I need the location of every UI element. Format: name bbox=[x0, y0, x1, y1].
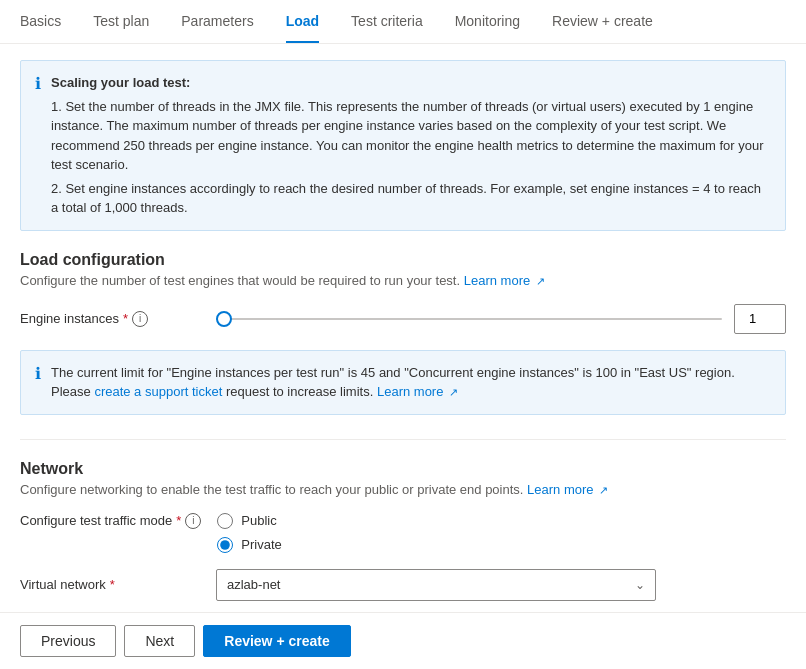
network-title: Network bbox=[20, 460, 786, 478]
limit-learn-more-label: Learn more bbox=[377, 384, 443, 399]
load-config-learn-more-label: Learn more bbox=[464, 273, 530, 288]
limit-info-text: The current limit for "Engine instances … bbox=[51, 363, 771, 402]
engine-instances-row: Engine instances * i bbox=[20, 304, 786, 334]
traffic-mode-row: Configure test traffic mode * i Public P… bbox=[20, 513, 786, 553]
create-support-ticket-label: create a support ticket bbox=[94, 384, 222, 399]
previous-button[interactable]: Previous bbox=[20, 625, 116, 657]
engine-instances-slider-container bbox=[216, 304, 786, 334]
review-create-button[interactable]: Review + create bbox=[203, 625, 350, 657]
engine-instances-slider-track[interactable] bbox=[216, 318, 722, 320]
traffic-mode-label: Configure test traffic mode * i bbox=[20, 513, 201, 529]
traffic-mode-label-text: Configure test traffic mode bbox=[20, 513, 172, 528]
network-desc: Configure networking to enable the test … bbox=[20, 482, 786, 497]
section-divider bbox=[20, 439, 786, 440]
network-desc-text: Configure networking to enable the test … bbox=[20, 482, 523, 497]
virtual-network-dropdown[interactable]: azlab-net ⌄ bbox=[216, 569, 656, 601]
nav-load[interactable]: Load bbox=[286, 1, 319, 43]
radio-public[interactable]: Public bbox=[217, 513, 281, 529]
scaling-info-text: Scaling your load test: 1. Set the numbe… bbox=[51, 73, 771, 218]
footer: Previous Next Review + create bbox=[0, 612, 806, 669]
main-content: ℹ Scaling your load test: 1. Set the num… bbox=[0, 44, 806, 669]
nav-monitoring[interactable]: Monitoring bbox=[455, 1, 520, 43]
virtual-network-label-text: Virtual network bbox=[20, 577, 106, 592]
radio-private-input[interactable] bbox=[217, 537, 233, 553]
virtual-network-chevron-icon: ⌄ bbox=[635, 578, 645, 592]
nav-test-criteria[interactable]: Test criteria bbox=[351, 1, 423, 43]
scaling-line2: 1. Set the number of threads in the JMX … bbox=[51, 97, 771, 175]
load-config-section: Load configuration Configure the number … bbox=[20, 251, 786, 415]
engine-instances-label-text: Engine instances bbox=[20, 311, 119, 326]
network-learn-more-label: Learn more bbox=[527, 482, 593, 497]
network-external-link-icon: ↗ bbox=[599, 484, 608, 497]
limit-learn-more-link[interactable]: Learn more ↗ bbox=[377, 384, 458, 399]
load-config-learn-more[interactable]: Learn more ↗ bbox=[464, 273, 545, 288]
traffic-mode-info-icon[interactable]: i bbox=[185, 513, 201, 529]
virtual-network-value: azlab-net bbox=[227, 577, 280, 592]
limit-external-link-icon: ↗ bbox=[449, 384, 458, 401]
network-learn-more-link[interactable]: Learn more ↗ bbox=[527, 482, 608, 497]
create-support-ticket-link[interactable]: create a support ticket bbox=[94, 384, 226, 399]
info-icon-limit: ℹ bbox=[35, 364, 41, 402]
engine-instances-required: * bbox=[123, 311, 128, 326]
virtual-network-row: Virtual network * azlab-net ⌄ bbox=[20, 569, 786, 601]
virtual-network-required: * bbox=[110, 577, 115, 592]
engine-instances-input[interactable] bbox=[734, 304, 786, 334]
next-button[interactable]: Next bbox=[124, 625, 195, 657]
traffic-mode-radio-group: Public Private bbox=[217, 513, 281, 553]
load-config-title: Load configuration bbox=[20, 251, 786, 269]
info-icon-scaling: ℹ bbox=[35, 74, 41, 218]
scaling-title: Scaling your load test: bbox=[51, 75, 190, 90]
nav-review-create[interactable]: Review + create bbox=[552, 1, 653, 43]
radio-public-label: Public bbox=[241, 513, 276, 528]
engine-instances-info-icon[interactable]: i bbox=[132, 311, 148, 327]
engine-instances-slider-thumb[interactable] bbox=[216, 311, 232, 327]
engine-instances-label: Engine instances * i bbox=[20, 311, 200, 327]
scaling-info-box: ℹ Scaling your load test: 1. Set the num… bbox=[20, 60, 786, 231]
radio-private[interactable]: Private bbox=[217, 537, 281, 553]
nav-parameters[interactable]: Parameters bbox=[181, 1, 253, 43]
virtual-network-label: Virtual network * bbox=[20, 577, 200, 592]
limit-info-box: ℹ The current limit for "Engine instance… bbox=[20, 350, 786, 415]
scaling-line3: 2. Set engine instances accordingly to r… bbox=[51, 179, 771, 218]
radio-public-input[interactable] bbox=[217, 513, 233, 529]
nav-test-plan[interactable]: Test plan bbox=[93, 1, 149, 43]
nav-basics[interactable]: Basics bbox=[20, 1, 61, 43]
load-config-desc: Configure the number of test engines tha… bbox=[20, 273, 786, 288]
external-link-icon: ↗ bbox=[536, 275, 545, 288]
radio-private-label: Private bbox=[241, 537, 281, 552]
load-config-desc-text: Configure the number of test engines tha… bbox=[20, 273, 460, 288]
limit-info-text-after: request to increase limits. bbox=[226, 384, 373, 399]
traffic-mode-required: * bbox=[176, 513, 181, 528]
top-navigation: Basics Test plan Parameters Load Test cr… bbox=[0, 0, 806, 44]
